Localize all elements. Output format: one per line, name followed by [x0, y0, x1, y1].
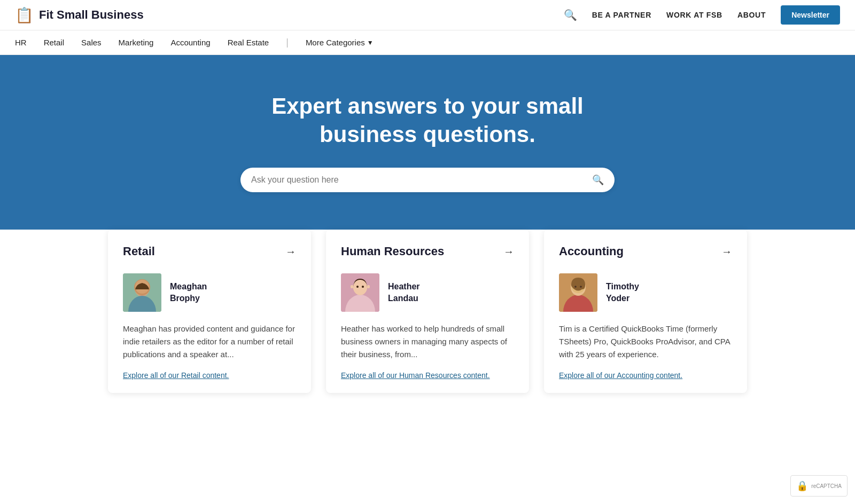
main-nav: HR Retail Sales Marketing Accounting Rea… — [0, 30, 855, 55]
search-icon[interactable]: 🔍 — [564, 9, 577, 21]
search-input[interactable] — [251, 175, 592, 185]
hr-author-name: HeatherLandau — [388, 281, 420, 305]
card-hr-author: HeatherLandau — [341, 273, 514, 312]
card-accounting: Accounting → TimothyYoder — [544, 230, 747, 393]
hr-author-avatar — [341, 273, 379, 312]
nav-item-real-estate[interactable]: Real Estate — [228, 38, 269, 47]
chevron-down-icon: ▼ — [367, 39, 374, 46]
site-header: 📋 Fit Small Business 🔍 BE A PARTNER WORK… — [0, 0, 855, 30]
card-hr-header: Human Resources → — [341, 245, 514, 258]
retail-explore-link[interactable]: Explore all of our Retail content. — [123, 371, 229, 380]
partner-link[interactable]: BE A PARTNER — [592, 11, 651, 19]
card-accounting-header: Accounting → — [559, 245, 732, 258]
nav-separator: | — [286, 37, 289, 48]
hr-explore-link[interactable]: Explore all of our Human Resources conte… — [341, 371, 490, 380]
svg-rect-12 — [351, 285, 353, 288]
card-hr-title: Human Resources — [341, 245, 444, 258]
accounting-explore-link[interactable]: Explore all of our Accounting content. — [559, 371, 682, 380]
cards-section: Retail → MeaghanBrophy Mea — [0, 230, 855, 425]
svg-point-19 — [580, 286, 582, 288]
site-logo[interactable]: 📋 Fit Small Business — [15, 6, 144, 24]
svg-point-11 — [362, 286, 364, 288]
nav-item-accounting[interactable]: Accounting — [170, 38, 210, 47]
search-submit-icon[interactable]: 🔍 — [592, 174, 604, 186]
card-accounting-arrow[interactable]: → — [721, 246, 732, 258]
card-retail: Retail → MeaghanBrophy Mea — [108, 230, 311, 393]
card-retail-author: MeaghanBrophy — [123, 273, 296, 312]
accounting-card-description: Tim is a Certified QuickBooks Time (form… — [559, 322, 732, 361]
svg-point-9 — [353, 280, 367, 295]
retail-author-name: MeaghanBrophy — [170, 281, 207, 305]
hero-headline: Expert answers to your small business qu… — [227, 92, 628, 148]
logo-icon: 📋 — [15, 6, 34, 24]
header-nav: 🔍 BE A PARTNER WORK AT FSB ABOUT Newslet… — [564, 5, 840, 25]
retail-author-avatar — [123, 273, 161, 312]
about-link[interactable]: ABOUT — [737, 11, 766, 19]
nav-item-hr[interactable]: HR — [15, 38, 27, 47]
retail-card-description: Meaghan has provided content and guidanc… — [123, 322, 296, 361]
card-accounting-author: TimothyYoder — [559, 273, 732, 312]
svg-point-10 — [356, 286, 359, 288]
cards-container: Retail → MeaghanBrophy Mea — [86, 230, 770, 393]
svg-point-18 — [574, 286, 577, 288]
nav-item-retail[interactable]: Retail — [44, 38, 64, 47]
card-retail-title: Retail — [123, 245, 155, 258]
newsletter-button[interactable]: Newsletter — [781, 5, 840, 25]
card-retail-arrow[interactable]: → — [285, 246, 296, 258]
card-retail-header: Retail → — [123, 245, 296, 258]
nav-item-sales[interactable]: Sales — [81, 38, 102, 47]
card-accounting-title: Accounting — [559, 245, 624, 258]
hr-card-description: Heather has worked to help hundreds of s… — [341, 322, 514, 361]
more-categories-dropdown[interactable]: More Categories ▼ — [306, 38, 374, 47]
card-hr: Human Resources → — [326, 230, 529, 393]
card-hr-arrow[interactable]: → — [503, 246, 514, 258]
logo-text: Fit Small Business — [39, 8, 144, 22]
search-bar: 🔍 — [240, 168, 615, 192]
more-categories-label: More Categories — [306, 38, 365, 47]
nav-item-marketing[interactable]: Marketing — [119, 38, 154, 47]
accounting-author-avatar — [559, 273, 597, 312]
work-link[interactable]: WORK AT FSB — [666, 11, 722, 19]
svg-rect-13 — [367, 285, 370, 288]
accounting-author-name: TimothyYoder — [606, 281, 639, 305]
